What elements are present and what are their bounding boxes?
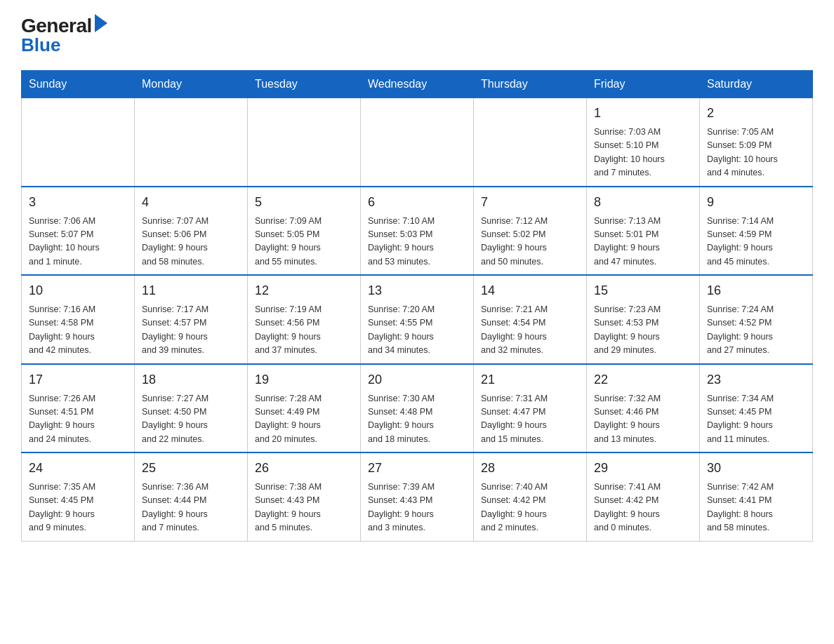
day-info: Sunrise: 7:07 AMSunset: 5:06 PMDaylight:… (142, 215, 240, 269)
day-number: 29 (594, 459, 692, 478)
day-info: Sunrise: 7:42 AMSunset: 4:41 PMDaylight:… (707, 481, 805, 535)
day-info: Sunrise: 7:13 AMSunset: 5:01 PMDaylight:… (594, 215, 692, 269)
calendar-week-row: 24Sunrise: 7:35 AMSunset: 4:45 PMDayligh… (22, 452, 813, 541)
calendar-day-cell: 17Sunrise: 7:26 AMSunset: 4:51 PMDayligh… (22, 364, 135, 453)
day-number: 24 (29, 459, 127, 478)
calendar-day-cell: 16Sunrise: 7:24 AMSunset: 4:52 PMDayligh… (700, 275, 813, 364)
calendar-week-row: 17Sunrise: 7:26 AMSunset: 4:51 PMDayligh… (22, 364, 813, 453)
day-info: Sunrise: 7:27 AMSunset: 4:50 PMDaylight:… (142, 392, 240, 447)
calendar-day-cell: 1Sunrise: 7:03 AMSunset: 5:10 PMDaylight… (587, 98, 700, 187)
day-info: Sunrise: 7:31 AMSunset: 4:47 PMDaylight:… (481, 392, 579, 447)
calendar-day-cell (22, 98, 135, 187)
weekday-header-monday: Monday (135, 71, 248, 98)
day-info: Sunrise: 7:06 AMSunset: 5:07 PMDaylight:… (29, 215, 127, 269)
page-header: General Blue (21, 14, 813, 56)
logo-general-text: General (21, 15, 92, 36)
calendar-day-cell (474, 98, 587, 187)
day-number: 22 (594, 370, 692, 389)
calendar-day-cell: 30Sunrise: 7:42 AMSunset: 4:41 PMDayligh… (700, 452, 813, 541)
calendar-day-cell: 28Sunrise: 7:40 AMSunset: 4:42 PMDayligh… (474, 452, 587, 541)
logo-blue-row: Blue (21, 34, 60, 56)
day-info: Sunrise: 7:19 AMSunset: 4:56 PMDaylight:… (255, 303, 353, 358)
day-number: 9 (707, 193, 805, 212)
weekday-header-tuesday: Tuesday (248, 71, 361, 98)
calendar-day-cell: 25Sunrise: 7:36 AMSunset: 4:44 PMDayligh… (135, 452, 248, 541)
day-info: Sunrise: 7:09 AMSunset: 5:05 PMDaylight:… (255, 215, 353, 269)
day-info: Sunrise: 7:05 AMSunset: 5:09 PMDaylight:… (707, 126, 805, 180)
calendar-day-cell: 19Sunrise: 7:28 AMSunset: 4:49 PMDayligh… (248, 364, 361, 453)
calendar-day-cell: 14Sunrise: 7:21 AMSunset: 4:54 PMDayligh… (474, 275, 587, 364)
day-info: Sunrise: 7:14 AMSunset: 4:59 PMDaylight:… (707, 215, 805, 269)
calendar-day-cell (135, 98, 248, 187)
day-number: 4 (142, 193, 240, 212)
day-info: Sunrise: 7:17 AMSunset: 4:57 PMDaylight:… (142, 303, 240, 358)
day-number: 17 (29, 370, 127, 389)
day-info: Sunrise: 7:28 AMSunset: 4:49 PMDaylight:… (255, 392, 353, 447)
calendar-day-cell: 18Sunrise: 7:27 AMSunset: 4:50 PMDayligh… (135, 364, 248, 453)
weekday-header-sunday: Sunday (22, 71, 135, 98)
calendar-week-row: 1Sunrise: 7:03 AMSunset: 5:10 PMDaylight… (22, 98, 813, 187)
calendar-day-cell: 5Sunrise: 7:09 AMSunset: 5:05 PMDaylight… (248, 187, 361, 276)
day-number: 2 (707, 104, 805, 123)
calendar-week-row: 3Sunrise: 7:06 AMSunset: 5:07 PMDaylight… (22, 187, 813, 276)
day-number: 13 (368, 281, 466, 300)
logo: General Blue (21, 14, 107, 56)
day-number: 20 (368, 370, 466, 389)
day-number: 27 (368, 459, 466, 478)
day-info: Sunrise: 7:39 AMSunset: 4:43 PMDaylight:… (368, 481, 466, 535)
day-number: 7 (481, 193, 579, 212)
calendar-day-cell: 6Sunrise: 7:10 AMSunset: 5:03 PMDaylight… (361, 187, 474, 276)
weekday-header-row: SundayMondayTuesdayWednesdayThursdayFrid… (22, 71, 813, 98)
calendar-day-cell: 20Sunrise: 7:30 AMSunset: 4:48 PMDayligh… (361, 364, 474, 453)
day-number: 30 (707, 459, 805, 478)
day-number: 19 (255, 370, 353, 389)
calendar-table: SundayMondayTuesdayWednesdayThursdayFrid… (21, 70, 813, 542)
day-info: Sunrise: 7:12 AMSunset: 5:02 PMDaylight:… (481, 215, 579, 269)
day-number: 28 (481, 459, 579, 478)
day-info: Sunrise: 7:23 AMSunset: 4:53 PMDaylight:… (594, 303, 692, 358)
day-info: Sunrise: 7:30 AMSunset: 4:48 PMDaylight:… (368, 392, 466, 447)
day-info: Sunrise: 7:21 AMSunset: 4:54 PMDaylight:… (481, 303, 579, 358)
calendar-day-cell: 3Sunrise: 7:06 AMSunset: 5:07 PMDaylight… (22, 187, 135, 276)
calendar-day-cell: 13Sunrise: 7:20 AMSunset: 4:55 PMDayligh… (361, 275, 474, 364)
day-info: Sunrise: 7:20 AMSunset: 4:55 PMDaylight:… (368, 303, 466, 358)
day-number: 3 (29, 193, 127, 212)
day-number: 5 (255, 193, 353, 212)
calendar-day-cell: 21Sunrise: 7:31 AMSunset: 4:47 PMDayligh… (474, 364, 587, 453)
calendar-day-cell: 9Sunrise: 7:14 AMSunset: 4:59 PMDaylight… (700, 187, 813, 276)
calendar-day-cell (248, 98, 361, 187)
calendar-day-cell: 2Sunrise: 7:05 AMSunset: 5:09 PMDaylight… (700, 98, 813, 187)
day-info: Sunrise: 7:35 AMSunset: 4:45 PMDaylight:… (29, 481, 127, 535)
day-info: Sunrise: 7:32 AMSunset: 4:46 PMDaylight:… (594, 392, 692, 447)
calendar-day-cell: 11Sunrise: 7:17 AMSunset: 4:57 PMDayligh… (135, 275, 248, 364)
logo-arrow-icon (95, 14, 107, 32)
calendar-day-cell: 8Sunrise: 7:13 AMSunset: 5:01 PMDaylight… (587, 187, 700, 276)
day-info: Sunrise: 7:41 AMSunset: 4:42 PMDaylight:… (594, 481, 692, 535)
weekday-header-friday: Friday (587, 71, 700, 98)
day-number: 8 (594, 193, 692, 212)
day-info: Sunrise: 7:16 AMSunset: 4:58 PMDaylight:… (29, 303, 127, 358)
calendar-day-cell: 27Sunrise: 7:39 AMSunset: 4:43 PMDayligh… (361, 452, 474, 541)
day-info: Sunrise: 7:26 AMSunset: 4:51 PMDaylight:… (29, 392, 127, 447)
calendar-day-cell: 26Sunrise: 7:38 AMSunset: 4:43 PMDayligh… (248, 452, 361, 541)
day-info: Sunrise: 7:40 AMSunset: 4:42 PMDaylight:… (481, 481, 579, 535)
calendar-day-cell: 12Sunrise: 7:19 AMSunset: 4:56 PMDayligh… (248, 275, 361, 364)
day-number: 12 (255, 281, 353, 300)
calendar-day-cell: 7Sunrise: 7:12 AMSunset: 5:02 PMDaylight… (474, 187, 587, 276)
day-number: 1 (594, 104, 692, 123)
day-number: 18 (142, 370, 240, 389)
weekday-header-wednesday: Wednesday (361, 71, 474, 98)
calendar-day-cell: 10Sunrise: 7:16 AMSunset: 4:58 PMDayligh… (22, 275, 135, 364)
calendar-day-cell: 22Sunrise: 7:32 AMSunset: 4:46 PMDayligh… (587, 364, 700, 453)
day-number: 25 (142, 459, 240, 478)
calendar-day-cell: 23Sunrise: 7:34 AMSunset: 4:45 PMDayligh… (700, 364, 813, 453)
calendar-day-cell: 29Sunrise: 7:41 AMSunset: 4:42 PMDayligh… (587, 452, 700, 541)
day-info: Sunrise: 7:38 AMSunset: 4:43 PMDaylight:… (255, 481, 353, 535)
calendar-day-cell (361, 98, 474, 187)
calendar-day-cell: 15Sunrise: 7:23 AMSunset: 4:53 PMDayligh… (587, 275, 700, 364)
day-number: 10 (29, 281, 127, 300)
logo-blue-text: Blue (21, 34, 60, 56)
calendar-day-cell: 24Sunrise: 7:35 AMSunset: 4:45 PMDayligh… (22, 452, 135, 541)
day-number: 11 (142, 281, 240, 300)
day-info: Sunrise: 7:10 AMSunset: 5:03 PMDaylight:… (368, 215, 466, 269)
